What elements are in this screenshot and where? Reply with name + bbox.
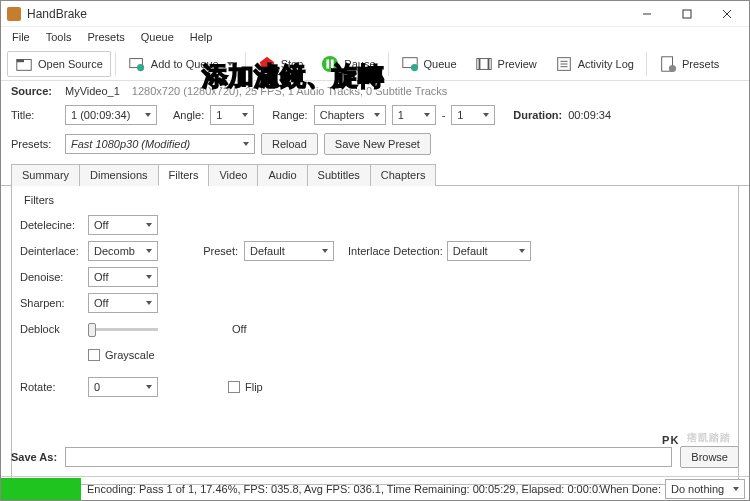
chapter-from-select[interactable]: 1 bbox=[392, 105, 436, 125]
deblock-value: Off bbox=[232, 323, 246, 335]
deinterlace-select[interactable]: Decomb bbox=[88, 241, 158, 261]
when-done-select[interactable]: Do nothing bbox=[665, 479, 745, 499]
detelecine-row: Detelecine: Off bbox=[20, 212, 730, 238]
maximize-button[interactable] bbox=[667, 2, 707, 26]
tab-summary[interactable]: Summary bbox=[11, 164, 80, 186]
menubar: File Tools Presets Queue Help bbox=[1, 27, 749, 47]
svg-point-22 bbox=[669, 64, 676, 71]
queue-label: Queue bbox=[424, 58, 457, 70]
preview-icon bbox=[475, 55, 493, 73]
menu-file[interactable]: File bbox=[5, 29, 37, 45]
tab-subtitles[interactable]: Subtitles bbox=[307, 164, 371, 186]
range-label: Range: bbox=[272, 109, 307, 121]
queue-button[interactable]: Queue bbox=[393, 51, 465, 77]
presets-icon bbox=[659, 55, 677, 73]
interlace-detection-label: Interlace Detection: bbox=[348, 245, 443, 257]
svg-rect-16 bbox=[487, 58, 489, 69]
progress-bar bbox=[1, 478, 81, 500]
flip-label: Flip bbox=[245, 381, 263, 393]
sharpen-row: Sharpen: Off bbox=[20, 290, 730, 316]
status-text: Encoding: Pass 1 of 1, 17.46%, FPS: 035.… bbox=[87, 483, 600, 495]
open-source-button[interactable]: Open Source bbox=[7, 51, 111, 77]
svg-rect-15 bbox=[478, 58, 480, 69]
presets-label: Presets bbox=[682, 58, 719, 70]
tab-dimensions[interactable]: Dimensions bbox=[79, 164, 158, 186]
deblock-slider[interactable] bbox=[88, 328, 158, 331]
deblock-label: Deblock bbox=[20, 323, 88, 335]
save-as-label: Save As: bbox=[11, 451, 57, 463]
close-button[interactable] bbox=[707, 2, 747, 26]
svg-rect-1 bbox=[683, 10, 691, 18]
denoise-row: Denoise: Off bbox=[20, 264, 730, 290]
menu-tools[interactable]: Tools bbox=[39, 29, 79, 45]
chapter-to-select[interactable]: 1 bbox=[451, 105, 495, 125]
preview-label: Preview bbox=[498, 58, 537, 70]
tab-video[interactable]: Video bbox=[208, 164, 258, 186]
denoise-label: Denoise: bbox=[20, 271, 88, 283]
filters-group-title: Filters bbox=[24, 194, 730, 206]
browse-button[interactable]: Browse bbox=[680, 446, 739, 468]
flip-checkbox[interactable] bbox=[228, 381, 240, 393]
activity-log-button[interactable]: Activity Log bbox=[547, 51, 642, 77]
tabstrip: Summary Dimensions Filters Video Audio S… bbox=[1, 163, 749, 186]
menu-help[interactable]: Help bbox=[183, 29, 220, 45]
presets-row-label: Presets: bbox=[11, 138, 59, 150]
title-label: Title: bbox=[11, 109, 59, 121]
sharpen-label: Sharpen: bbox=[20, 297, 88, 309]
title-select[interactable]: 1 (00:09:34) bbox=[65, 105, 157, 125]
queue-icon bbox=[401, 55, 419, 73]
title-row: Title: 1 (00:09:34) Angle: 1 Range: Chap… bbox=[1, 101, 749, 129]
menu-queue[interactable]: Queue bbox=[134, 29, 181, 45]
titlebar: HandBrake bbox=[1, 1, 749, 27]
range-mode-select[interactable]: Chapters bbox=[314, 105, 386, 125]
minimize-button[interactable] bbox=[627, 2, 667, 26]
svg-point-13 bbox=[410, 64, 417, 71]
rotate-row: Rotate: 0 Flip bbox=[20, 374, 730, 400]
deinterlace-label: Deinterlace: bbox=[20, 245, 88, 257]
add-queue-icon bbox=[128, 55, 146, 73]
when-done-label: When Done: bbox=[600, 483, 661, 495]
svg-rect-5 bbox=[17, 59, 24, 62]
open-source-label: Open Source bbox=[38, 58, 103, 70]
svg-point-7 bbox=[137, 64, 144, 71]
tab-chapters[interactable]: Chapters bbox=[370, 164, 437, 186]
presets-row: Presets: Fast 1080p30 (Modified) Reload … bbox=[1, 129, 749, 159]
activity-log-label: Activity Log bbox=[578, 58, 634, 70]
deinterlace-row: Deinterlace: Decomb Preset: Default Inte… bbox=[20, 238, 730, 264]
menu-presets[interactable]: Presets bbox=[80, 29, 131, 45]
preview-button[interactable]: Preview bbox=[467, 51, 545, 77]
reload-button[interactable]: Reload bbox=[261, 133, 318, 155]
window-title: HandBrake bbox=[27, 7, 627, 21]
save-as-input[interactable] bbox=[65, 447, 672, 467]
sharpen-select[interactable]: Off bbox=[88, 293, 158, 313]
angle-label: Angle: bbox=[173, 109, 204, 121]
rotate-label: Rotate: bbox=[20, 381, 88, 393]
activity-icon bbox=[555, 55, 573, 73]
deblock-row: Deblock Off bbox=[20, 316, 730, 342]
status-bar: Encoding: Pass 1 of 1, 17.46%, FPS: 035.… bbox=[1, 476, 749, 500]
range-dash: - bbox=[442, 109, 446, 121]
deinterlace-preset-select[interactable]: Default bbox=[244, 241, 334, 261]
save-preset-button[interactable]: Save New Preset bbox=[324, 133, 431, 155]
interlace-detection-select[interactable]: Default bbox=[447, 241, 531, 261]
presets-button[interactable]: Presets bbox=[651, 51, 727, 77]
annotation-overlay: 添加濾鏡、旋轉 bbox=[202, 59, 384, 94]
tab-filters[interactable]: Filters bbox=[158, 164, 210, 186]
angle-select[interactable]: 1 bbox=[210, 105, 254, 125]
detelecine-select[interactable]: Off bbox=[88, 215, 158, 235]
save-as-row: Save As: Browse bbox=[1, 440, 749, 474]
app-icon bbox=[7, 7, 21, 21]
source-name: MyVideo_1 bbox=[65, 85, 120, 97]
denoise-select[interactable]: Off bbox=[88, 267, 158, 287]
duration-value: 00:09:34 bbox=[568, 109, 611, 121]
rotate-select[interactable]: 0 bbox=[88, 377, 158, 397]
open-icon bbox=[15, 55, 33, 73]
tab-audio[interactable]: Audio bbox=[257, 164, 307, 186]
duration-label: Duration: bbox=[513, 109, 562, 121]
grayscale-label: Grayscale bbox=[105, 349, 155, 361]
grayscale-row: Grayscale bbox=[20, 342, 730, 368]
detelecine-label: Detelecine: bbox=[20, 219, 88, 231]
preset-select[interactable]: Fast 1080p30 (Modified) bbox=[65, 134, 255, 154]
source-label: Source: bbox=[11, 85, 59, 97]
grayscale-checkbox[interactable] bbox=[88, 349, 100, 361]
